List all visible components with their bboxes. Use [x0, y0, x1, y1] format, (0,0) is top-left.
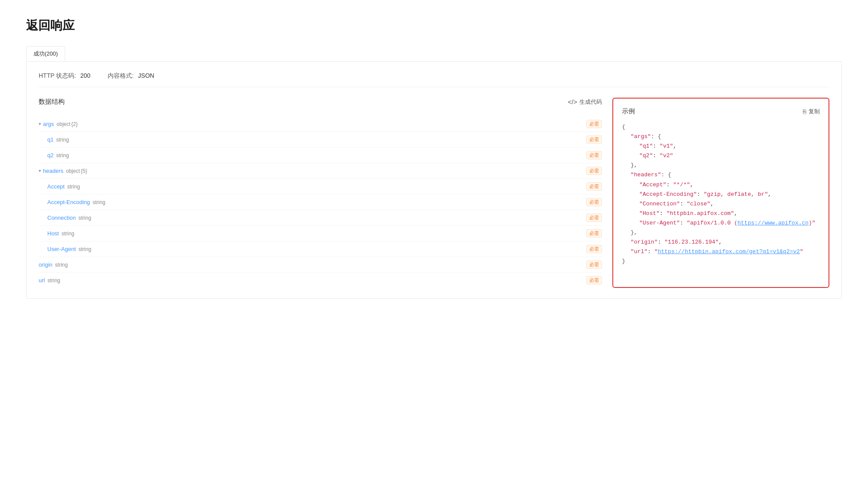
tree-row: url string 必需 [39, 273, 602, 288]
right-panel: 示例 ⎘ 复制 { "args": { "q1": "v1", "q2": "v… [612, 98, 829, 288]
field-name: Host [47, 230, 59, 237]
content-value: JSON [138, 72, 154, 79]
field-type: object [56, 121, 70, 127]
content-label: 内容格式: JSON [108, 72, 154, 80]
field-type: string [56, 137, 69, 143]
field-type: string [56, 152, 69, 158]
copy-button[interactable]: ⎘ 复制 [803, 108, 820, 116]
field-type: string [92, 199, 105, 205]
field-name: Connection [47, 215, 76, 221]
required-badge: 必需 [586, 120, 602, 128]
field-tree: ▾ args object {2} 必需 q1 string 必需 q2 str… [39, 113, 602, 288]
required-badge: 必需 [586, 261, 602, 269]
main-card: HTTP 状态码: 200 内容格式: JSON 数据结构 </> 生成代码 ▾… [26, 62, 842, 299]
chevron-down-icon[interactable]: ▾ [39, 121, 41, 127]
chevron-down-icon[interactable]: ▾ [39, 168, 41, 174]
generate-code-label: 生成代码 [579, 98, 602, 106]
required-badge: 必需 [586, 182, 602, 191]
left-panel: 数据结构 </> 生成代码 ▾ args object {2} 必需 q1 [39, 98, 602, 288]
tree-row: ▾ headers object {5} 必需 [39, 163, 602, 179]
field-type: string [67, 184, 80, 190]
tree-row: q1 string 必需 [39, 132, 602, 148]
status-value: 200 [80, 72, 90, 79]
field-type: string [55, 262, 68, 268]
required-badge: 必需 [586, 229, 602, 238]
field-name: headers [43, 168, 63, 174]
field-name: Accept-Encoding [47, 199, 90, 205]
example-title: 示例 [622, 107, 635, 116]
required-badge: 必需 [586, 276, 602, 284]
field-count: {5} [81, 168, 87, 174]
field-name: q1 [47, 136, 53, 143]
field-name: q2 [47, 152, 53, 158]
tree-row: User-Agent string 必需 [39, 241, 602, 257]
status-label: HTTP 状态码: 200 [39, 72, 90, 80]
code-icon: </> [568, 98, 577, 106]
page-title: 返回响应 [26, 17, 842, 34]
data-structure-title: 数据结构 [39, 98, 65, 106]
field-type: string [79, 215, 91, 221]
tab-bar: 成功(200) [26, 46, 842, 62]
copy-icon: ⎘ [803, 108, 806, 115]
required-badge: 必需 [586, 245, 602, 253]
field-type: string [62, 231, 74, 237]
field-name: Accept [47, 183, 65, 190]
field-count: {2} [71, 121, 78, 127]
tree-row: Host string 必需 [39, 226, 602, 241]
required-badge: 必需 [586, 135, 602, 144]
left-panel-header: 数据结构 </> 生成代码 [39, 98, 602, 106]
content-area: 数据结构 </> 生成代码 ▾ args object {2} 必需 q1 [39, 98, 829, 288]
copy-label: 复制 [809, 108, 820, 116]
required-badge: 必需 [586, 198, 602, 206]
tab-success-200[interactable]: 成功(200) [26, 46, 65, 61]
tree-row: origin string 必需 [39, 257, 602, 273]
tree-row: ▾ args object {2} 必需 [39, 116, 602, 132]
field-name: origin [39, 261, 53, 268]
right-panel-header: 示例 ⎘ 复制 [622, 107, 820, 116]
tree-row: Accept string 必需 [39, 179, 602, 195]
tree-row: Connection string 必需 [39, 210, 602, 226]
meta-row: HTTP 状态码: 200 内容格式: JSON [39, 72, 829, 87]
field-name: url [39, 277, 45, 284]
field-name: args [43, 121, 54, 127]
json-viewer: { "args": { "q1": "v1", "q2": "v2" }, "h… [622, 122, 820, 266]
generate-code-button[interactable]: </> 生成代码 [568, 98, 602, 106]
required-badge: 必需 [586, 167, 602, 175]
tree-row: Accept-Encoding string 必需 [39, 195, 602, 210]
tree-row: q2 string 必需 [39, 148, 602, 163]
field-type: string [79, 246, 91, 252]
field-type: object [66, 168, 80, 174]
field-name: User-Agent [47, 246, 76, 252]
required-badge: 必需 [586, 214, 602, 222]
required-badge: 必需 [586, 151, 602, 159]
field-type: string [47, 277, 60, 284]
